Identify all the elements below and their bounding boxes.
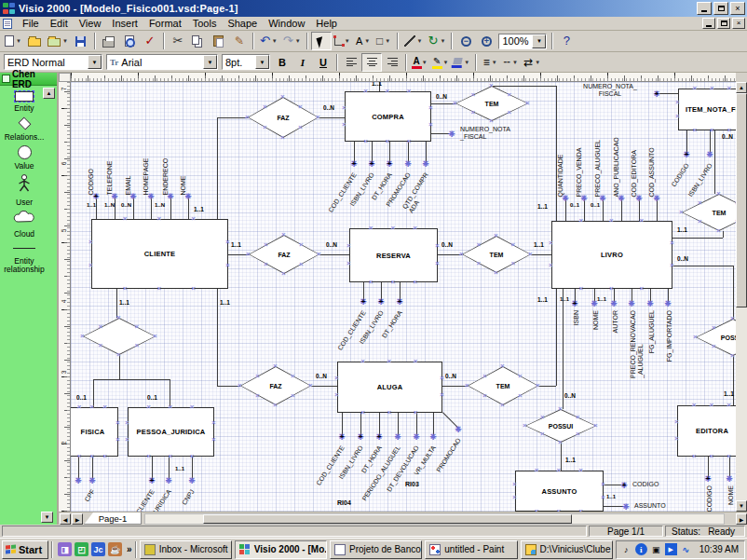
connector-tool-button[interactable]: ▼: [332, 32, 353, 50]
cut-button[interactable]: ✂: [168, 32, 188, 50]
align-left-button[interactable]: [341, 53, 361, 72]
font-combobox[interactable]: Tr Arial ▼: [106, 54, 218, 70]
entity-cliente[interactable]: CLIENTE: [91, 219, 228, 289]
tab-page-1[interactable]: Page-1: [84, 512, 142, 525]
quicklaunch-icon-3[interactable]: Jc: [91, 542, 105, 556]
attribute-shape[interactable]: +×: [87, 474, 99, 486]
drawing-canvas[interactable]: COMPRA××××××××××CLIENTE××××××××××RESERVA…: [71, 82, 736, 512]
open-stencil-button[interactable]: ▼: [45, 32, 71, 50]
page-nav-left-icon[interactable]: ◀: [60, 513, 71, 525]
attribute-shape[interactable]: +×: [402, 157, 414, 170]
start-button[interactable]: Start: [2, 540, 48, 559]
font-color-button[interactable]: A▼: [410, 53, 430, 72]
doc-close-button[interactable]: ×: [732, 18, 745, 29]
spelling-button[interactable]: ✓: [140, 32, 160, 50]
menu-shape[interactable]: Shape: [222, 17, 263, 30]
quicklaunch-icon-4[interactable]: ☕: [108, 542, 122, 556]
format-painter-button[interactable]: ✎: [229, 32, 250, 50]
chevron-right-icon[interactable]: »: [127, 544, 132, 554]
task-outlook[interactable]: Inbox - Microsoft ...: [140, 540, 232, 559]
attribute-shape[interactable]: +×: [428, 430, 440, 443]
print-preview-button[interactable]: [119, 32, 140, 50]
attribute-shape[interactable]: +×: [392, 430, 404, 443]
attribute-shape[interactable]: +×+: [355, 430, 367, 443]
attribute-shape[interactable]: +×: [446, 128, 458, 140]
relationship-diamond[interactable]: [83, 318, 156, 355]
entity-compra[interactable]: COMPRA: [345, 91, 431, 142]
attribute-shape[interactable]: +×+: [374, 430, 386, 443]
task-word[interactable]: Projeto de Banco d...: [330, 540, 422, 559]
zoom-level-combobox[interactable]: 100%▼: [498, 34, 547, 49]
menu-edit[interactable]: Edit: [45, 17, 74, 30]
text-tool-button[interactable]: A▼: [353, 32, 374, 50]
close-button[interactable]: ×: [730, 2, 745, 15]
window-icon[interactable]: ▣: [650, 543, 662, 555]
entity-assunto[interactable]: ASSUNTO: [515, 471, 604, 512]
paste-button[interactable]: [209, 32, 229, 50]
quicklaunch-icon-1[interactable]: ◨: [58, 542, 72, 556]
relationship-faz[interactable]: FAZ: [240, 366, 311, 405]
play-icon[interactable]: ▶: [665, 543, 677, 555]
entity-aluga[interactable]: ALUGA: [337, 362, 442, 413]
attribute-shape[interactable]: +×+: [702, 472, 714, 485]
menu-file[interactable]: File: [17, 17, 45, 30]
stencil-item-entity[interactable]: Entity: [0, 91, 48, 113]
line-pattern-button[interactable]: ╌▼: [500, 53, 521, 72]
help-button[interactable]: ?: [556, 32, 577, 50]
entity-reserva[interactable]: RESERVA: [349, 228, 438, 282]
entity-editora[interactable]: EDITORA: [677, 405, 736, 457]
bold-button[interactable]: B: [272, 53, 292, 72]
rectangle-tool-button[interactable]: □▼: [374, 32, 394, 50]
attribute-shape[interactable]: +×+: [394, 295, 406, 307]
menu-insert[interactable]: Insert: [106, 17, 143, 30]
zoom-in-button[interactable]: +: [476, 32, 496, 50]
attribute-shape[interactable]: +×+: [681, 148, 693, 160]
line-weight-button[interactable]: ≡▼: [480, 53, 500, 72]
open-folder-button[interactable]: [24, 32, 45, 50]
line-ends-button[interactable]: ⇄▼: [521, 53, 543, 72]
stencil-title-bar[interactable]: Chen ERD: [0, 73, 57, 86]
underline-button[interactable]: U: [313, 53, 333, 72]
attribute-shape[interactable]: +×: [163, 474, 175, 486]
fill-color-button[interactable]: ▼: [451, 53, 472, 72]
line-tool-button[interactable]: ▼: [401, 32, 426, 50]
attribute-shape[interactable]: +×: [645, 297, 657, 309]
entity-item-nota-fiscal[interactable]: ITEM_NOTA_FISCAL: [678, 89, 736, 130]
stencil-item-cloud[interactable]: Cloud: [0, 211, 48, 239]
menu-format[interactable]: Format: [143, 17, 187, 30]
italic-button[interactable]: I: [292, 53, 313, 72]
horizontal-scrollbar[interactable]: [144, 513, 725, 525]
print-button[interactable]: [99, 32, 119, 50]
volume-icon[interactable]: ♪: [620, 543, 632, 555]
attribute-shape[interactable]: +×+: [375, 295, 387, 307]
relationship-tem[interactable]: TEM: [462, 236, 531, 273]
vertical-scrollbar[interactable]: ▲ ▼: [736, 82, 747, 512]
rotate-tool-button[interactable]: ↻▼: [426, 32, 449, 50]
scroll-down-icon[interactable]: ▼: [736, 500, 747, 512]
relationship-faz[interactable]: FAZ: [249, 235, 319, 274]
attribute-shape[interactable]: +×: [73, 474, 85, 486]
menu-window[interactable]: Window: [263, 17, 310, 30]
entity-livro[interactable]: LIVRO: [551, 221, 672, 289]
highlight-button[interactable]: ✎▼: [430, 53, 451, 72]
doc-minimize-button[interactable]: [702, 18, 715, 29]
align-right-button[interactable]: [382, 53, 402, 72]
attribute-shape[interactable]: +×: [724, 472, 736, 485]
horizontal-scroll-thumb[interactable]: [203, 514, 572, 524]
info-icon[interactable]: i: [635, 543, 647, 555]
stencil-item-value[interactable]: Value: [0, 145, 48, 171]
attribute-shape[interactable]: +×+: [569, 297, 581, 309]
chevron-down-icon[interactable]: ▼: [532, 34, 546, 48]
restore-button[interactable]: [713, 2, 728, 15]
activity-icon[interactable]: ∿: [680, 543, 692, 555]
attribute-shape[interactable]: +×+: [146, 474, 158, 486]
stencil-scroll-up[interactable]: ▲: [43, 88, 55, 99]
stencil-scroll-down[interactable]: ▼: [41, 512, 53, 523]
relationship-tem[interactable]: TEM: [468, 366, 538, 405]
chevron-down-icon[interactable]: ▼: [88, 55, 102, 69]
menu-view[interactable]: View: [74, 17, 107, 30]
attribute-shape[interactable]: +×+: [336, 430, 348, 443]
vertical-scroll-thumb[interactable]: [736, 93, 747, 307]
attribute-shape[interactable]: +×: [704, 148, 716, 160]
attribute-shape[interactable]: +×: [420, 157, 432, 170]
